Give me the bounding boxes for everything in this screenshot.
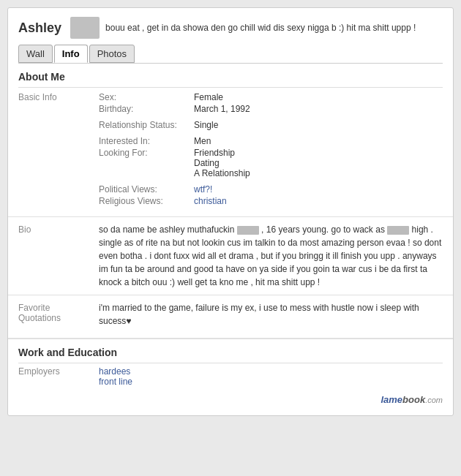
looking-field-row: Looking For: Friendship Dating A Relatio…	[99, 148, 443, 178]
relationship-value: Single	[194, 120, 218, 130]
religious-link[interactable]: christian	[194, 196, 227, 206]
brand-com: .com	[425, 396, 443, 404]
interested-field-row: Interested In: Men	[99, 136, 443, 146]
bio-redact-2	[387, 226, 409, 235]
profile-status: bouu eat , get in da showa den go chill …	[105, 23, 443, 33]
political-link[interactable]: wtf?!	[194, 184, 212, 194]
tab-photos[interactable]: Photos	[89, 45, 135, 63]
looking-values: Friendship Dating A Relationship	[194, 148, 250, 178]
quotes-section: FavoriteQuotations i'm married to the ga…	[8, 295, 453, 333]
work-title: Work and Education	[8, 339, 453, 363]
relationship-field-row: Relationship Status: Single	[99, 120, 443, 130]
birthday-label: Birthday:	[99, 104, 194, 114]
employer-name[interactable]: hardees	[99, 366, 443, 377]
tab-bar: Wall Info Photos	[8, 45, 453, 63]
bio-label: Bio	[18, 223, 99, 289]
avatar	[70, 17, 100, 39]
sex-label: Sex:	[99, 92, 194, 102]
sex-row: Basic Info Sex: Female Birthday: March 1…	[18, 92, 443, 208]
bio-redact-1	[237, 226, 259, 235]
basic-info-label: Basic Info	[18, 92, 99, 208]
looking-label: Looking For:	[99, 148, 194, 178]
brand: lamebook.com	[381, 394, 443, 405]
bio-text: so da name be ashley muthafuckin , 16 ye…	[99, 223, 443, 289]
brand-book: book	[402, 394, 425, 405]
work-section: Work and Education Employers hardees fro…	[8, 338, 453, 390]
looking-value-3: A Relationship	[194, 168, 250, 178]
political-field-row: Political Views: wtf?!	[99, 184, 443, 194]
relationship-label: Relationship Status:	[99, 120, 194, 130]
birthday-value: March 1, 1992	[194, 104, 250, 114]
basic-info-fields: Sex: Female Birthday: March 1, 1992 Rela…	[99, 92, 443, 208]
footer: lamebook.com	[8, 390, 453, 408]
profile-header: Ashley bouu eat , get in da showa den go…	[8, 8, 453, 45]
employer-position[interactable]: front line	[99, 377, 443, 387]
about-me-title: About Me	[8, 64, 453, 87]
sex-value: Female	[194, 92, 223, 102]
birthday-field-row: Birthday: March 1, 1992	[99, 104, 443, 114]
tab-info[interactable]: Info	[54, 45, 88, 63]
employers-label: Employers	[18, 366, 99, 387]
brand-lame: lame	[381, 394, 402, 405]
political-value: wtf?!	[194, 184, 212, 194]
interested-label: Interested In:	[99, 136, 194, 146]
quotes-label: FavoriteQuotations	[18, 301, 99, 328]
employer-values: hardees front line	[99, 366, 443, 387]
religious-value: christian	[194, 196, 227, 206]
looking-value-2: Dating	[194, 158, 250, 168]
interested-value: Men	[194, 136, 211, 146]
tab-wall[interactable]: Wall	[18, 45, 53, 63]
political-label: Political Views:	[99, 184, 194, 194]
religious-field-row: Religious Views: christian	[99, 196, 443, 206]
looking-value-1: Friendship	[194, 148, 250, 158]
bio-section: Bio so da name be ashley muthafuckin , 1…	[8, 216, 453, 295]
profile-card: Ashley bouu eat , get in da showa den go…	[7, 7, 454, 416]
employers-row: Employers hardees front line	[8, 363, 453, 390]
basic-info-block: Basic Info Sex: Female Birthday: March 1…	[8, 88, 453, 214]
quotes-text: i'm married to the game, failure is my e…	[99, 301, 443, 328]
sex-field-row: Sex: Female	[99, 92, 443, 102]
religious-label: Religious Views:	[99, 196, 194, 206]
profile-name: Ashley	[18, 20, 61, 36]
